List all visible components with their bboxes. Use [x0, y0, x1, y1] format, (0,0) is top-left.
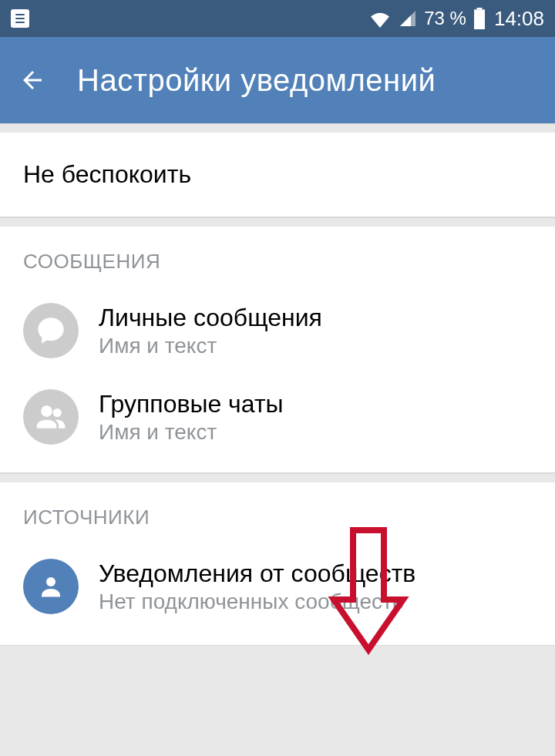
do-not-disturb-section: Не беспокоить [0, 133, 555, 217]
community-notifications-title: Уведомления от сообществ [99, 559, 415, 588]
group-chats-item[interactable]: Групповые чаты Имя и текст [0, 374, 555, 460]
app-bar: Настройки уведомлений [0, 37, 555, 123]
personal-messages-title: Личные сообщения [99, 304, 322, 332]
community-notifications-subtitle: Нет подключенных сообществ [99, 590, 415, 614]
wifi-icon [368, 9, 392, 28]
status-right: 73 % 14:08 [368, 7, 544, 31]
person-icon [23, 559, 79, 614]
battery-icon [473, 8, 486, 29]
page-title: Настройки уведомлений [77, 63, 436, 98]
personal-messages-text: Личные сообщения Имя и текст [99, 304, 322, 358]
svg-point-2 [41, 405, 52, 417]
sources-section: ИСТОЧНИКИ Уведомления от сообществ Нет п… [0, 482, 555, 646]
menu-icon [11, 9, 29, 28]
do-not-disturb-item[interactable]: Не беспокоить [0, 133, 555, 217]
group-icon [23, 389, 79, 445]
chat-bubble-icon [23, 303, 79, 358]
community-notifications-text: Уведомления от сообществ Нет подключенны… [99, 559, 415, 614]
status-time: 14:08 [494, 7, 544, 31]
personal-messages-item[interactable]: Личные сообщения Имя и текст [0, 287, 555, 374]
battery-percent: 73 % [424, 8, 466, 29]
personal-messages-subtitle: Имя и текст [99, 334, 322, 358]
status-left [11, 9, 29, 28]
svg-point-3 [53, 408, 62, 417]
messages-section: СООБЩЕНИЯ Личные сообщения Имя и текст [0, 227, 555, 473]
group-chats-subtitle: Имя и текст [99, 420, 284, 445]
back-button[interactable] [18, 66, 46, 94]
svg-point-4 [46, 577, 56, 586]
messages-header: СООБЩЕНИЯ [0, 227, 555, 287]
signal-icon [398, 9, 418, 28]
group-chats-title: Групповые чаты [99, 390, 284, 418]
sources-header: ИСТОЧНИКИ [0, 482, 555, 543]
community-notifications-item[interactable]: Уведомления от сообществ Нет подключенны… [0, 543, 555, 630]
svg-rect-0 [476, 8, 482, 9]
content: Не беспокоить СООБЩЕНИЯ Личные сообщения… [0, 123, 555, 646]
do-not-disturb-label: Не беспокоить [23, 160, 191, 188]
status-bar: 73 % 14:08 [0, 0, 555, 37]
svg-rect-1 [474, 9, 485, 29]
group-chats-text: Групповые чаты Имя и текст [99, 390, 284, 445]
